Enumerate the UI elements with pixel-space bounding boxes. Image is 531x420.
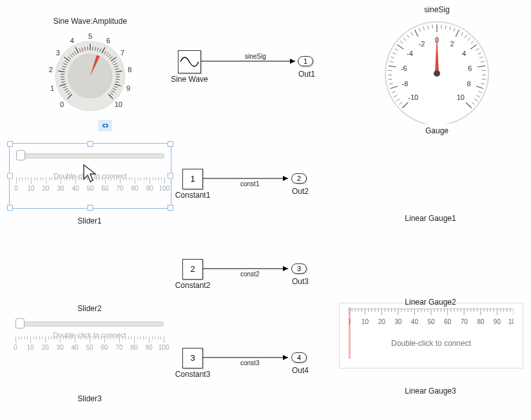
svg-text:10: 10	[457, 93, 465, 101]
svg-text:const1: const1	[240, 180, 260, 187]
svg-text:5: 5	[88, 32, 92, 40]
svg-point-141	[434, 70, 440, 77]
slider2[interactable]: Double-click to connect 0102030405060708…	[9, 312, 170, 357]
constant2-label: Constant2	[169, 281, 217, 290]
wire-sine: sineSig	[200, 52, 303, 71]
svg-text:-6: -6	[401, 64, 407, 72]
linear-gauge2-label: Linear Gauge2	[339, 298, 522, 307]
outport-1-label: Out1	[291, 70, 322, 79]
outport-4[interactable]: 4	[291, 352, 307, 363]
gauge-title: sineSig	[379, 5, 495, 14]
svg-text:6: 6	[106, 37, 110, 44]
svg-text:8: 8	[467, 80, 470, 88]
gauge[interactable]: -10-8-6-4-20246810	[374, 14, 500, 124]
svg-text:sineSig: sineSig	[245, 53, 266, 60]
wire-const1: const1	[202, 169, 296, 188]
svg-text:70: 70	[461, 318, 468, 325]
svg-line-28	[93, 46, 93, 50]
svg-text:2: 2	[450, 40, 454, 48]
svg-text:30: 30	[394, 318, 402, 325]
constant2-block[interactable]: 2	[182, 259, 203, 280]
svg-text:90: 90	[494, 318, 501, 325]
svg-text:7: 7	[121, 49, 124, 57]
svg-text:6: 6	[468, 64, 472, 72]
outport-3[interactable]: 3	[291, 263, 307, 274]
outport-3-label: Out3	[285, 277, 316, 286]
svg-text:0: 0	[349, 318, 351, 325]
svg-text:50: 50	[427, 318, 435, 325]
svg-marker-72	[283, 266, 288, 271]
svg-text:const3: const3	[240, 359, 260, 367]
svg-text:9: 9	[126, 84, 130, 92]
slider2-label: Slider2	[9, 304, 170, 313]
svg-text:8: 8	[128, 66, 131, 73]
constant3-label: Constant3	[169, 370, 217, 379]
svg-line-26	[88, 46, 88, 50]
svg-text:4: 4	[70, 37, 74, 44]
svg-text:80: 80	[477, 318, 485, 325]
link-icon[interactable]	[98, 120, 112, 131]
slider1-label: Slider1	[9, 216, 170, 225]
constant1-label: Constant1	[169, 191, 217, 200]
svg-text:const2: const2	[240, 271, 260, 278]
svg-text:3: 3	[56, 49, 60, 57]
sine-wave-label: Sine Wave	[166, 75, 213, 84]
outport-1[interactable]: 1	[298, 56, 313, 66]
svg-text:60: 60	[444, 318, 452, 325]
linear-gauge3-label: Linear Gauge3	[339, 387, 522, 396]
svg-text:1: 1	[50, 84, 54, 92]
svg-text:20: 20	[378, 318, 386, 325]
outport-2-label: Out2	[285, 187, 316, 196]
sine-wave-block[interactable]	[178, 50, 201, 73]
svg-text:4: 4	[462, 50, 466, 57]
svg-text:-4: -4	[407, 50, 413, 57]
linear-gauge1[interactable]: 0102030405060708090100 Double-click to c…	[339, 303, 523, 368]
constant3-block[interactable]: 3	[182, 348, 203, 368]
svg-text:100: 100	[508, 318, 514, 325]
svg-marker-69	[283, 176, 288, 181]
gauge-caption: Gauge	[379, 126, 495, 135]
constant1-block[interactable]: 1	[182, 169, 203, 189]
svg-text:-8: -8	[402, 80, 409, 88]
slider1[interactable]: Double-click to connect 0102030405060708…	[9, 143, 171, 209]
svg-marker-66	[290, 59, 295, 64]
linear-gauge1-label: Linear Gauge1	[339, 214, 522, 223]
svg-marker-75	[283, 355, 288, 360]
svg-text:-10: -10	[408, 93, 418, 101]
svg-text:-2: -2	[419, 40, 425, 48]
outport-4-label: Out4	[285, 366, 316, 375]
linear-gauge1-msg: Double-click to connect	[340, 339, 523, 348]
wire-const3: const3	[202, 348, 296, 367]
outport-2[interactable]: 2	[291, 173, 307, 184]
slider3-label: Slider3	[9, 394, 170, 403]
knob-control[interactable]: 012345678910	[36, 23, 144, 120]
svg-text:2: 2	[49, 66, 53, 73]
wire-const2: const2	[202, 259, 296, 278]
svg-text:0: 0	[60, 100, 64, 108]
svg-text:10: 10	[362, 318, 369, 325]
svg-text:10: 10	[115, 100, 122, 108]
svg-text:40: 40	[411, 318, 419, 325]
